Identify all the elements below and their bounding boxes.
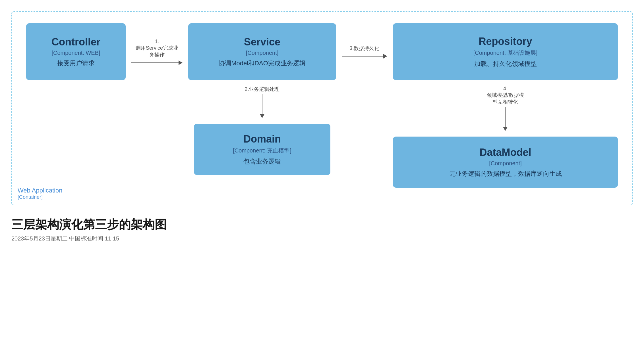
controller-title: Controller bbox=[38, 36, 114, 48]
arrow-ctrl-svc-label: 1. 调用Service完成业 务操作 bbox=[136, 39, 178, 58]
arrow-svc-repo-line bbox=[342, 54, 387, 58]
controller-tag: [Component: WEB] bbox=[38, 50, 114, 56]
v-line-svc-domain bbox=[262, 94, 262, 114]
v-arrowhead-repo-dm bbox=[503, 127, 508, 131]
service-tag: [Component] bbox=[200, 50, 325, 56]
top-row: Controller [Component: WEB] 接受用户请求 1. 调用… bbox=[26, 23, 618, 80]
diagram-sub-title: 2023年5月23日星期二 中国标准时间 11:15 bbox=[11, 235, 633, 242]
repository-title: Repository bbox=[404, 35, 606, 47]
container-label-title: Web Application bbox=[18, 187, 62, 194]
v-arrow-repo-dm-label: 4. 领域模型/数据模 型互相转化 bbox=[487, 86, 524, 105]
v-arrowhead-svc-domain bbox=[260, 114, 264, 118]
center-vertical-section: 2.业务逻辑处理 Domain [Component: 充血模型] 包含业务逻辑 bbox=[188, 86, 336, 175]
service-box: Service [Component] 协调Model和DAO完成业务逻辑 bbox=[188, 23, 336, 80]
domain-title: Domain bbox=[205, 133, 319, 145]
datamodel-title: DataModel bbox=[404, 147, 606, 158]
controller-box: Controller [Component: WEB] 接受用户请求 bbox=[26, 23, 126, 80]
container-label-sub: [Container] bbox=[18, 194, 62, 200]
v-arrow-svc-domain: 2.业务逻辑处理 bbox=[245, 86, 279, 118]
service-title: Service bbox=[200, 36, 325, 48]
arrow-ctrl-to-svc: 1. 调用Service完成业 务操作 bbox=[126, 39, 188, 65]
repository-desc: 加载、持久化领域模型 bbox=[404, 60, 606, 68]
datamodel-desc: 无业务逻辑的数据模型，数据库逆向生成 bbox=[404, 170, 606, 178]
controller-desc: 接受用户请求 bbox=[38, 59, 114, 68]
arrow-svc-repo-label: 3.数据持久化 bbox=[349, 45, 379, 52]
v-arrow-svc-domain-label: 2.业务逻辑处理 bbox=[245, 86, 279, 93]
repository-tag: [Component: 基础设施层] bbox=[404, 49, 606, 57]
page-container: Controller [Component: WEB] 接受用户请求 1. 调用… bbox=[11, 11, 633, 242]
container-label: Web Application [Container] bbox=[18, 187, 62, 200]
datamodel-box: DataModel [Component] 无业务逻辑的数据模型，数据库逆向生成 bbox=[393, 137, 618, 188]
diagram-main-title: 三层架构演化第三步的架构图 bbox=[11, 217, 633, 233]
arrow-svc-to-repo: 3.数据持久化 bbox=[336, 45, 393, 58]
right-vertical-section: 4. 领域模型/数据模 型互相转化 DataModel [Component] … bbox=[393, 86, 618, 188]
diagram-outer-container: Controller [Component: WEB] 接受用户请求 1. 调用… bbox=[11, 11, 633, 205]
v-line-repo-dm bbox=[505, 107, 506, 127]
datamodel-tag: [Component] bbox=[404, 160, 606, 167]
v-arrow-repo-dm: 4. 领域模型/数据模 型互相转化 bbox=[487, 86, 524, 131]
arrow-ctrl-svc-line bbox=[131, 60, 183, 65]
bottom-row: 2.业务逻辑处理 Domain [Component: 充血模型] 包含业务逻辑… bbox=[26, 86, 618, 188]
repository-box: Repository [Component: 基础设施层] 加载、持久化领域模型 bbox=[393, 23, 618, 80]
title-section: 三层架构演化第三步的架构图 2023年5月23日星期二 中国标准时间 11:15 bbox=[11, 217, 633, 242]
domain-box: Domain [Component: 充血模型] 包含业务逻辑 bbox=[194, 124, 330, 175]
domain-desc: 包含业务逻辑 bbox=[205, 157, 319, 166]
domain-tag: [Component: 充血模型] bbox=[205, 147, 319, 154]
service-desc: 协调Model和DAO完成业务逻辑 bbox=[200, 59, 325, 68]
